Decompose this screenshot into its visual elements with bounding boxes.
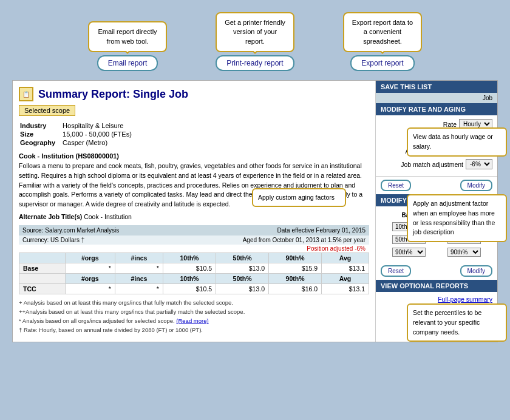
footnote-2: ++Analysis based on at least this many o… — [19, 307, 369, 316]
salary-data-table: #orgs #incs 10th% 50th% 90th% Avg Base * — [19, 252, 369, 294]
aged-from: Aged from October 01, 2013 at 1.5% per y… — [243, 237, 365, 243]
data-effective: Data effective February 01, 2015 — [277, 227, 365, 234]
page-wrapper: Email report directly from web tool. Ema… — [6, 6, 504, 342]
pct-row-90: 90th% 90th% — [382, 246, 491, 258]
reset-button[interactable]: Reset — [381, 180, 411, 191]
tcc-10th-hdr: 10th% — [163, 273, 216, 283]
main-container: Email report directly from web tool. Ema… — [6, 6, 504, 342]
footnote-3: * Analysis based on all orgs/incs adjust… — [19, 316, 369, 325]
tcc-incs: * — [115, 283, 163, 294]
source-bar: Source: Salary.com Market Analysis Data … — [19, 225, 369, 235]
tcc-spacer — [19, 273, 66, 283]
geo-label: Geography — [20, 139, 61, 146]
currency: Currency: US Dollars † — [22, 237, 84, 243]
read-more-link[interactable]: (Read more) — [176, 317, 208, 324]
adjustment-callout: Apply an adjustment factor when an emplo… — [407, 194, 507, 242]
email-tooltip: Email report directly from web tool. — [88, 21, 167, 52]
tcc-pct10: $10.5 — [163, 283, 216, 294]
tcc-orgs: * — [65, 283, 115, 294]
job-match-select[interactable]: -6% — [466, 159, 492, 169]
tcc-header-row: #orgs #incs 10th% 50th% 90th% Avg — [19, 273, 369, 283]
aging-factors-text: Apply custom aging factors — [258, 194, 335, 201]
industry-value: Hospitality & Leisure — [63, 122, 132, 129]
tcc-label: TCC — [19, 283, 66, 294]
hourly-salary-text: View data as hourly wage or salary. — [413, 133, 493, 150]
optional-title: VIEW OPTIONAL REPORTS — [376, 280, 497, 292]
modify2-button[interactable]: Modify — [460, 265, 492, 277]
job-info-table: Industry Hospitality & Leisure Size 15,0… — [19, 121, 133, 147]
tcc-pct90: $16.0 — [269, 283, 322, 294]
percentiles-callout: Set the percentiles to be relevant to yo… — [407, 303, 507, 342]
col-50th: 50th% — [216, 252, 268, 263]
job-match-label: Job match adjustment — [401, 161, 463, 168]
alt-title-label: Alternate Job Title(s) — [19, 213, 82, 220]
currency-bar: Currency: US Dollars † Aged from October… — [19, 235, 369, 245]
tcc-avg: $13.1 — [322, 283, 369, 294]
adjustment-text: Apply an adjustment factor when an emplo… — [413, 200, 495, 235]
size-value: 15,000 - 50,000 (FTEs) — [63, 130, 132, 138]
alt-title-value: Cook - Institution — [84, 213, 132, 220]
footnote-1: + Analysis based on at least this many o… — [19, 298, 369, 307]
tcc-orgs-hdr: #orgs — [65, 273, 115, 283]
export-tooltip: Export report data to a convenient sprea… — [343, 12, 422, 52]
col-incs: #incs — [115, 252, 163, 263]
source-label: Source: Salary.com Market Analysis — [22, 227, 119, 234]
tcc-row: TCC * * $10.5 $13.0 $16.0 $13.1 — [19, 283, 369, 294]
save-subtitle: Job — [376, 93, 497, 103]
title-icon: 📋 — [19, 87, 33, 101]
print-tooltip: Get a printer friendly version of your r… — [216, 12, 294, 52]
job-title: Cook - Institution (HS08000001) — [19, 152, 369, 160]
save-title: SAVE THIS LIST — [376, 81, 497, 93]
tcc-90th-hdr: 90th% — [269, 273, 322, 283]
print-toolbar-item: Get a printer friendly version of your r… — [216, 12, 294, 71]
tcc-pct50: $13.0 — [216, 283, 268, 294]
base-pct90: $15.9 — [269, 263, 322, 273]
link-full-page[interactable]: Full-page summary — [381, 296, 492, 303]
email-toolbar-item: Email report directly from web tool. Ema… — [88, 21, 167, 71]
col-orgs: #orgs — [65, 252, 115, 263]
hourly-salary-callout: View data as hourly wage or salary. — [407, 127, 507, 157]
base-label: Base — [19, 263, 66, 273]
footnote-4: † Rate: Hourly, based on annual rate div… — [19, 325, 369, 334]
percentile-btn-row: Reset Modify — [376, 262, 497, 280]
base-p90-select[interactable]: 90th% — [392, 248, 426, 257]
modify-button[interactable]: Modify — [460, 180, 492, 191]
export-toolbar-item: Export report data to a convenient sprea… — [343, 12, 422, 71]
industry-label: Industry — [20, 122, 61, 129]
geo-value: Casper (Metro) — [63, 139, 132, 146]
position-bar: Position adjusted -6% — [19, 245, 369, 252]
base-orgs: * — [65, 263, 115, 273]
left-panel: 📋 Summary Report: Single Job Selected sc… — [13, 81, 376, 342]
report-title-row: 📋 Summary Report: Single Job — [19, 87, 369, 101]
report-title: Summary Report: Single Job — [38, 88, 188, 101]
base-pct10: $10.5 — [163, 263, 216, 273]
footnotes: + Analysis based on at least this many o… — [19, 298, 369, 335]
email-report-button[interactable]: Email report — [97, 55, 158, 71]
toolbar: Email report directly from web tool. Ema… — [6, 6, 504, 80]
modify-btn-row: Reset Modify — [376, 177, 497, 194]
col-90th: 90th% — [269, 252, 322, 263]
tcc-50th-hdr: 50th% — [216, 273, 268, 283]
modify-title: MODIFY RATE AND AGING — [376, 103, 497, 115]
tcc-avg-hdr: Avg — [322, 273, 369, 283]
base-incs: * — [115, 263, 163, 273]
aging-factors-callout: Apply custom aging factors — [252, 188, 346, 207]
reset2-button[interactable]: Reset — [381, 265, 411, 277]
col-10th: 10th% — [163, 252, 216, 263]
alt-title: Alternate Job Title(s) Cook - Institutio… — [19, 213, 369, 220]
col-empty — [19, 252, 66, 263]
print-report-button[interactable]: Print-ready report — [216, 55, 294, 71]
base-row: Base * * $10.5 $13.0 $15.9 $13.1 — [19, 263, 369, 273]
base-avg: $13.1 — [322, 263, 369, 273]
base-pct50: $13.0 — [216, 263, 268, 273]
size-label: Size — [20, 130, 61, 138]
rate-label: Rate — [443, 121, 457, 128]
tcc-p90-select[interactable]: 90th% — [447, 248, 481, 257]
col-avg: Avg — [322, 252, 369, 263]
percentiles-text: Set the percentiles to be relevant to yo… — [413, 309, 481, 336]
scope-badge: Selected scope — [19, 105, 75, 116]
export-report-button[interactable]: Export report — [350, 55, 414, 71]
job-match-row: Job match adjustment -6% — [381, 159, 492, 169]
tcc-incs-hdr: #incs — [115, 273, 163, 283]
